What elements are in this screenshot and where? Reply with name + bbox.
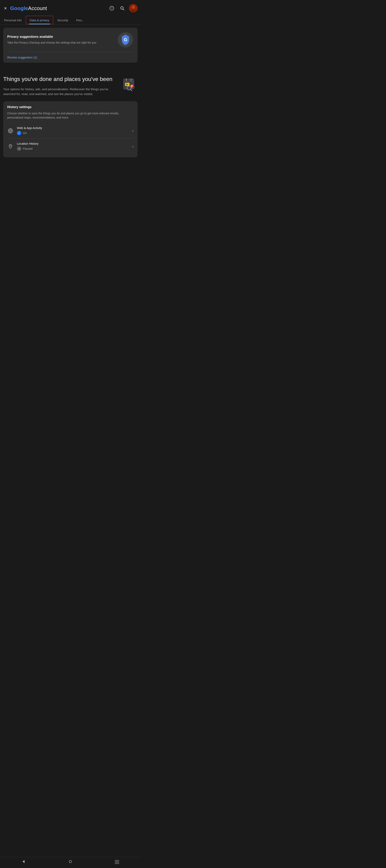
svg-text:?: ?: [111, 7, 112, 10]
svg-line-3: [123, 9, 124, 10]
tab-security[interactable]: Security: [53, 16, 72, 24]
location-content: Location History ⏸ Paused: [17, 142, 129, 151]
search-icon[interactable]: [119, 5, 126, 12]
privacy-suggestions-card: Privacy suggestions available Take the P…: [3, 28, 138, 63]
svg-text:%: %: [126, 83, 128, 86]
location-chevron: ›: [132, 144, 133, 149]
google-brand: Google: [10, 5, 28, 11]
history-settings-title: History settings: [7, 105, 133, 109]
web-activity-status-icon: ✓: [17, 131, 21, 135]
main-content: Privacy suggestions available Take the P…: [0, 25, 141, 69]
app-header: × Google Account ?: [0, 0, 141, 16]
svg-line-18: [130, 89, 132, 91]
tab-data-privacy[interactable]: Data & privacy: [26, 16, 54, 24]
hero-text: Things you've done and places you've bee…: [3, 75, 118, 96]
location-icon: [7, 143, 14, 150]
review-suggestion-button[interactable]: Review suggestion (1): [3, 52, 138, 63]
web-activity-title: Web & App Activity: [17, 126, 129, 130]
svg-point-5: [132, 6, 135, 9]
svg-point-21: [10, 145, 11, 146]
location-title: Location History: [17, 142, 129, 145]
hero-description: Your options for history, ads, and perso…: [3, 87, 118, 96]
help-icon[interactable]: ?: [108, 5, 115, 12]
web-activity-chevron: ›: [132, 128, 133, 133]
location-status-icon: ⏸: [17, 147, 21, 151]
header-icons: ?: [108, 4, 138, 12]
privacy-card-description: Take the Privacy Checkup and choose the …: [7, 40, 114, 45]
tab-people[interactable]: Peo...: [72, 16, 88, 24]
hero-section: Things you've done and places you've bee…: [0, 69, 141, 101]
privacy-card-text: Privacy suggestions available Take the P…: [7, 35, 114, 45]
user-avatar[interactable]: [129, 4, 138, 12]
web-activity-status-text: On: [23, 131, 27, 135]
header-left: × Google Account: [3, 5, 106, 12]
hero-title: Things you've done and places you've bee…: [3, 75, 118, 83]
svg-text:G: G: [124, 37, 127, 42]
location-status-text: Paused: [23, 147, 32, 150]
app-title: Google Account: [10, 5, 47, 11]
web-activity-status: ✓ On: [17, 131, 129, 135]
google-shield-icon: G: [117, 32, 133, 48]
nav-tabs: Personal info Data & privacy Security Pe…: [0, 16, 141, 25]
close-button[interactable]: ×: [3, 5, 8, 12]
web-activity-content: Web & App Activity ✓ On: [17, 126, 129, 135]
web-app-activity-item[interactable]: Web & App Activity ✓ On ›: [7, 124, 133, 137]
web-activity-icon: [7, 128, 14, 134]
privacy-card-title: Privacy suggestions available: [7, 35, 114, 38]
privacy-card-top: Privacy suggestions available Take the P…: [3, 28, 138, 52]
location-status: ⏸ Paused: [17, 147, 129, 151]
hero-places-icon: %: [121, 76, 138, 92]
history-settings-card: History settings Choose whether to save …: [3, 101, 138, 157]
svg-point-14: [131, 85, 132, 87]
location-history-item[interactable]: Location History ⏸ Paused ›: [7, 140, 133, 153]
tab-personal-info[interactable]: Personal info: [0, 16, 26, 24]
history-settings-description: Choose whether to save the things you do…: [7, 111, 133, 120]
account-label: Account: [28, 5, 47, 11]
